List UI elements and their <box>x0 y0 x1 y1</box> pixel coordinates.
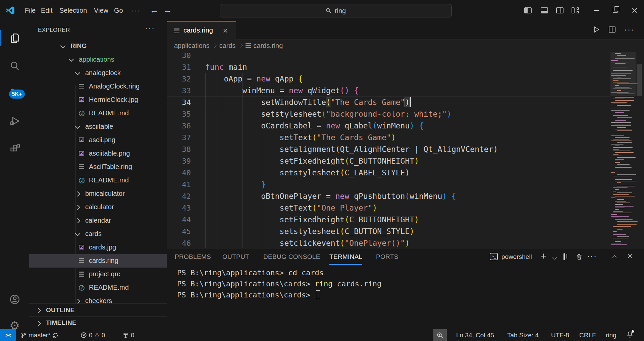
minimap-code-line <box>617 90 621 91</box>
problems-status[interactable]: 0 ⚠ 0 <box>80 329 105 341</box>
remote-icon: >< <box>5 332 10 338</box>
menu-edit[interactable]: Edit <box>36 0 57 21</box>
explorer-more-actions-icon[interactable]: ··· <box>145 23 155 33</box>
minimap-code-line <box>611 75 626 76</box>
file-item-readme-md[interactable]: README.md <box>29 107 167 120</box>
files-icon <box>9 33 20 44</box>
panel-more-actions-icon[interactable]: ··· <box>587 251 597 261</box>
file-item-cards-jpg[interactable]: cards.jpg <box>29 241 167 254</box>
terminal-cursor <box>316 290 320 299</box>
folder-item-bmicalculator[interactable]: bmicalculator <box>29 187 167 201</box>
indentation-status[interactable]: Tab Size: 4 <box>507 329 539 341</box>
panel-tab-output[interactable]: OUTPUT <box>222 253 249 261</box>
encoding-status[interactable]: UTF-8 <box>551 329 569 341</box>
folder-item-asciitable[interactable]: asciitable <box>29 120 167 133</box>
breadcrumb-item[interactable]: cards <box>219 42 236 50</box>
folder-item-calculator[interactable]: calculator <box>29 201 167 214</box>
code-token: ) <box>414 215 419 224</box>
restore-button[interactable] <box>606 0 625 20</box>
new-terminal-icon[interactable]: + <box>541 250 547 262</box>
panel-tab-problems[interactable]: PROBLEMS <box>175 253 211 261</box>
minimap-code-line <box>615 228 636 228</box>
folder-item-ring[interactable]: RING <box>29 40 167 53</box>
file-item-readme-md[interactable]: README.md <box>29 281 167 294</box>
file-item-hermleclock-jpg[interactable]: HermleClock.jpg <box>29 93 167 107</box>
command-center-search[interactable]: ring <box>220 4 452 17</box>
panel-tab-terminal[interactable]: TERMINAL <box>329 253 362 261</box>
maximize-panel-icon[interactable] <box>612 255 616 260</box>
toggle-sidebar-icon[interactable] <box>524 7 532 13</box>
editor-scrollbar-thumb[interactable] <box>637 64 642 96</box>
minimap[interactable] <box>610 52 636 248</box>
close-panel-icon[interactable] <box>627 253 632 259</box>
cursor-position-status[interactable]: Ln 34, Col 45 <box>456 329 494 341</box>
code-token: setFixedheight <box>205 157 344 165</box>
breadcrumb-item[interactable]: cards.ring <box>254 42 283 50</box>
code-editor[interactable]: 3031323334353637383940414243444546 func … <box>167 52 644 248</box>
chevron-right-icon <box>212 44 217 48</box>
line-number: 35 <box>167 108 191 120</box>
minimap-code-line <box>613 156 622 156</box>
file-item-cards-ring[interactable]: cards.ring <box>29 254 167 268</box>
zoom-status-button[interactable] <box>433 329 447 341</box>
ports-status[interactable]: 0 <box>122 329 135 341</box>
outline-section-header[interactable]: OUTLINE <box>29 303 167 317</box>
notifications-bell[interactable] <box>627 329 633 341</box>
sidebar-item-explorer[interactable] <box>0 24 29 52</box>
panel-tab-ports[interactable]: PORTS <box>376 253 398 261</box>
sidebar-item-extensions[interactable] <box>0 135 29 162</box>
shell-name[interactable]: powershell <box>501 253 532 261</box>
folder-item-applications[interactable]: applications <box>29 53 167 66</box>
folder-item-analogclock[interactable]: analogclock <box>29 66 167 80</box>
folder-item-calendar[interactable]: calendar <box>29 214 167 227</box>
panel-tab-debug-console[interactable]: DEBUG CONSOLE <box>263 253 320 261</box>
menu-selection[interactable]: Selection <box>55 0 92 21</box>
file-item-asciitable-png[interactable]: asciitable.png <box>29 147 167 160</box>
run-file-icon[interactable] <box>592 25 600 34</box>
file-item-readme-md[interactable]: README.md <box>29 174 167 187</box>
terminal-dropdown-icon[interactable] <box>552 255 557 260</box>
file-item-asciitable-ring[interactable]: AsciiTable.ring <box>29 160 167 174</box>
close-button[interactable] <box>625 0 644 20</box>
file-item-project-qrc[interactable]: project.qrc <box>29 268 167 281</box>
code-line: setstylesheet(C_BUTTON_STYLE) <box>205 226 414 237</box>
file-item-analogclock-ring[interactable]: AnalogClock.ring <box>29 80 167 93</box>
language-mode-status[interactable]: ring <box>606 329 616 341</box>
line-number: 32 <box>167 73 191 85</box>
minimap-code-line <box>613 238 628 238</box>
breadcrumb-item[interactable]: applications <box>174 42 210 50</box>
split-editor-icon[interactable] <box>609 26 615 33</box>
folder-item-cards[interactable]: cards <box>29 227 167 241</box>
code-token: setclickevent <box>205 239 340 247</box>
tab-cards-ring[interactable]: cards.ring <box>167 21 236 40</box>
sidebar-item-search[interactable] <box>0 52 29 79</box>
menu-more-icon[interactable]: ··· <box>127 0 145 21</box>
customize-layout-icon[interactable] <box>572 7 579 13</box>
minimize-button[interactable] <box>587 0 606 20</box>
menu-go[interactable]: Go <box>109 0 128 21</box>
timeline-label: TIMELINE <box>46 319 76 327</box>
nav-back-button[interactable]: ← <box>150 0 159 21</box>
split-terminal-icon[interactable] <box>564 253 565 260</box>
remote-indicator[interactable]: >< <box>0 329 16 341</box>
eol-status[interactable]: CRLF <box>579 329 596 341</box>
minimap-code-line <box>613 80 619 81</box>
language-label: ring <box>606 332 616 339</box>
toggle-secondary-sidebar-icon[interactable] <box>556 7 564 13</box>
kill-terminal-trash-icon[interactable] <box>576 252 583 261</box>
tab-close-icon[interactable] <box>223 29 228 33</box>
minimap-code-line <box>611 114 619 114</box>
nav-forward-button[interactable]: → <box>163 0 172 21</box>
timeline-section-header[interactable]: TIMELINE <box>29 316 167 329</box>
minimap-code-line <box>611 244 627 245</box>
file-item-ascii-png[interactable]: ascii.png <box>29 133 167 147</box>
editor-more-actions-icon[interactable]: ··· <box>624 25 634 34</box>
bottom-panel: PROBLEMSOUTPUTDEBUG CONSOLETERMINALPORTS… <box>167 248 644 329</box>
sidebar-item-run-debug[interactable] <box>0 107 29 135</box>
git-branch-status[interactable]: master* <box>21 329 58 341</box>
code-line: setstylesheet(C_LABEL_STYLE) <box>205 167 410 179</box>
account-button[interactable] <box>0 286 29 313</box>
code-token: ( <box>344 157 349 165</box>
folder-item-checkers[interactable]: checkers <box>29 294 167 303</box>
toggle-panel-icon[interactable] <box>541 7 548 13</box>
